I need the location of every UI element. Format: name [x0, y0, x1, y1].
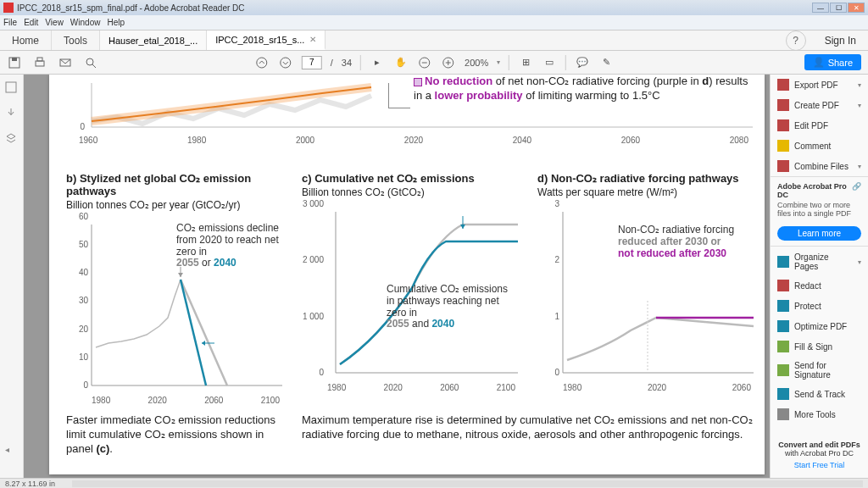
chart-c: c) Cumulative net CO₂ emissions Billion …	[302, 172, 522, 405]
caption-text: Faster immediate CO₂ emission reductions…	[66, 413, 761, 457]
tool-send-track[interactable]: Send & Track	[771, 384, 868, 404]
page-sep: /	[331, 58, 333, 68]
comment-icon[interactable]: 💬	[575, 55, 590, 70]
tool-comment[interactable]: Comment	[771, 136, 868, 156]
tool-export-pdf[interactable]: Export PDF▾	[771, 75, 868, 95]
sign-in-link[interactable]: Sign In	[813, 35, 868, 47]
attachments-icon[interactable]	[5, 107, 19, 120]
page-down-icon[interactable]	[278, 55, 293, 70]
svg-rect-3	[37, 58, 42, 61]
tool-more-tools[interactable]: More Tools	[771, 404, 868, 424]
left-rail: ◂	[0, 75, 24, 478]
zoom-in-icon[interactable]	[441, 55, 456, 70]
email-icon[interactable]	[58, 55, 73, 70]
tab-doc-ipcc[interactable]: IPCC_2018_sr15_s...✕	[207, 30, 326, 50]
tool-send-for-signature[interactable]: Send for Signature	[771, 357, 868, 384]
menu-file[interactable]: File	[3, 18, 17, 27]
thumbnails-icon[interactable]	[5, 81, 19, 95]
svg-rect-14	[6, 82, 16, 92]
zoom-level[interactable]: 200%	[465, 58, 488, 68]
fit-page-icon[interactable]: ▭	[542, 55, 557, 70]
menu-edit[interactable]: Edit	[24, 18, 38, 27]
window-title: IPCC_2018_sr15_spm_final.pdf - Adobe Acr…	[17, 3, 812, 13]
tool-organize-pages[interactable]: Organize Pages▾	[771, 248, 868, 275]
svg-line-6	[92, 64, 96, 68]
status-bar: 8.27 x 11.69 in	[0, 478, 868, 488]
chart-d: d) Non-CO₂ radiative forcing pathways Wa…	[537, 172, 758, 405]
svg-rect-1	[12, 58, 17, 61]
tab-tools[interactable]: Tools	[52, 30, 100, 50]
tool-combine-files[interactable]: Combine Files▾	[771, 156, 868, 176]
pdf-page: 0 1960198020002020204020602080 No reduct…	[49, 75, 765, 474]
search-icon[interactable]	[83, 55, 98, 70]
page-up-icon[interactable]	[254, 55, 270, 70]
tool-protect[interactable]: Protect	[771, 296, 868, 316]
help-button[interactable]: ?	[786, 30, 806, 51]
horizontal-scrollbar[interactable]	[72, 480, 863, 487]
learn-more-button[interactable]: Learn more	[777, 226, 861, 241]
minimize-button[interactable]: —	[812, 3, 829, 13]
zoom-out-icon[interactable]	[417, 55, 432, 70]
tool-redact[interactable]: Redact	[771, 275, 868, 296]
start-trial-link[interactable]: Start Free Trial	[776, 461, 863, 469]
tab-bar: Home Tools Hauser_etal_2018_... IPCC_201…	[0, 30, 868, 51]
bottom-promo-title: Convert and edit PDFs	[778, 441, 860, 449]
fit-width-icon[interactable]: ⊞	[518, 55, 533, 70]
tab-doc-hauser[interactable]: Hauser_etal_2018_...	[100, 30, 207, 50]
page-dimensions: 8.27 x 11.69 in	[5, 480, 55, 488]
svg-point-8	[281, 58, 291, 68]
svg-rect-2	[36, 61, 44, 66]
save-icon[interactable]	[7, 55, 22, 70]
tool-create-pdf[interactable]: Create PDF▾	[771, 95, 868, 115]
close-tab-icon[interactable]: ✕	[309, 35, 316, 44]
svg-text:0: 0	[80, 122, 85, 131]
tool-fill-sign[interactable]: Fill & Sign	[771, 336, 868, 357]
hand-icon[interactable]: ✋	[393, 55, 409, 70]
bottom-promo-sub: with Acrobat Pro DC	[785, 449, 854, 458]
print-icon[interactable]	[32, 55, 47, 70]
promo-text: Combine two or more files into a single …	[777, 201, 861, 218]
link-icon: 🔗	[852, 182, 861, 199]
collapse-rail-icon[interactable]: ◂	[5, 445, 9, 454]
share-button[interactable]: 👤 Share	[804, 54, 861, 70]
toolbar: / 34 ▸ ✋ 200%▾ ⊞ ▭ 💬 ✎ 👤 Share	[0, 51, 868, 75]
maximize-button[interactable]: ☐	[830, 3, 847, 13]
app-icon	[3, 3, 14, 13]
tool-edit-pdf[interactable]: Edit PDF	[771, 115, 868, 136]
pointer-icon[interactable]: ▸	[370, 55, 385, 70]
chart-a-annotation: No reduction of net non-CO₂ radiative fo…	[414, 75, 753, 103]
menu-bar: File Edit View Window Help	[0, 15, 868, 30]
menu-view[interactable]: View	[45, 18, 64, 27]
document-viewport[interactable]: 0 1960198020002020204020602080 No reduct…	[24, 75, 770, 478]
page-total: 34	[342, 58, 352, 68]
svg-point-5	[86, 58, 93, 65]
tool-optimize-pdf[interactable]: Optimize PDF	[771, 316, 868, 336]
close-button[interactable]: ✕	[848, 3, 865, 13]
page-number-input[interactable]	[302, 56, 322, 69]
purple-swatch-icon	[414, 78, 422, 86]
promo-title: Adobe Acrobat Pro DC	[777, 182, 852, 199]
menu-help[interactable]: Help	[107, 18, 125, 27]
chart-b: b) Stylized net global CO₂ emission path…	[66, 172, 287, 405]
svg-point-7	[257, 58, 267, 68]
menu-window[interactable]: Window	[70, 18, 101, 27]
chart-a-xticks: 1960198020002020204020602080	[66, 136, 761, 145]
tools-panel: Export PDF▾Create PDF▾Edit PDFCommentCom…	[770, 75, 868, 478]
tab-home[interactable]: Home	[0, 30, 52, 50]
layers-icon[interactable]	[5, 132, 19, 146]
sign-icon[interactable]: ✎	[598, 55, 614, 70]
window-titlebar: IPCC_2018_sr15_spm_final.pdf - Adobe Acr…	[0, 0, 868, 15]
